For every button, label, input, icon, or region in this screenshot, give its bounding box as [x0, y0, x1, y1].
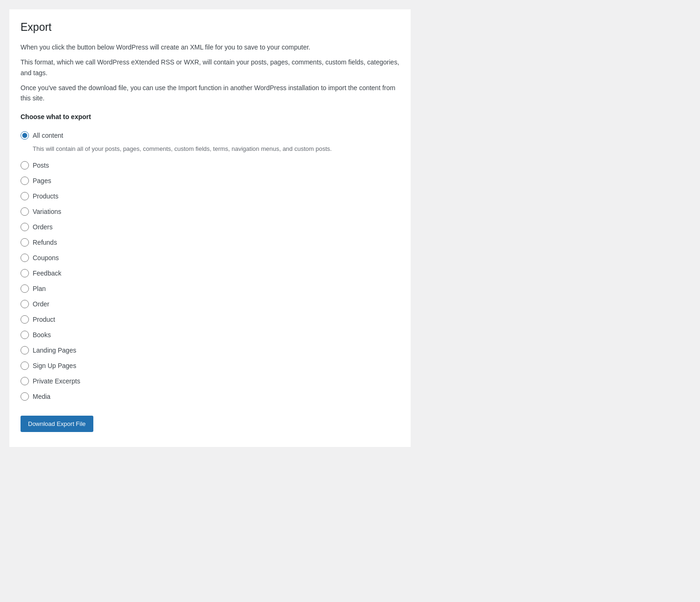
radio-option-posts[interactable]: Posts — [21, 158, 399, 173]
radio-option-books[interactable]: Books — [21, 327, 399, 343]
radio-books[interactable] — [21, 331, 29, 339]
radio-option-refunds[interactable]: Refunds — [21, 235, 399, 250]
radio-option-order[interactable]: Order — [21, 297, 399, 312]
radio-label-private-excerpts[interactable]: Private Excerpts — [33, 376, 80, 386]
radio-option-feedback[interactable]: Feedback — [21, 266, 399, 281]
radio-option-plan[interactable]: Plan — [21, 281, 399, 297]
radio-private-excerpts[interactable] — [21, 377, 29, 385]
radio-label-feedback[interactable]: Feedback — [33, 269, 61, 278]
description-2: This format, which we call WordPress eXt… — [21, 57, 399, 78]
radio-option-media[interactable]: Media — [21, 389, 399, 404]
radio-option-orders[interactable]: Orders — [21, 220, 399, 235]
radio-feedback[interactable] — [21, 269, 29, 277]
description-3: Once you've saved the download file, you… — [21, 83, 399, 104]
section-heading: Choose what to export — [21, 113, 399, 120]
radio-orders[interactable] — [21, 223, 29, 231]
radio-plan[interactable] — [21, 284, 29, 293]
description-1: When you click the button below WordPres… — [21, 42, 399, 52]
radio-label-products[interactable]: Products — [33, 191, 58, 201]
radio-label-order[interactable]: Order — [33, 299, 49, 309]
radio-option-private-excerpts[interactable]: Private Excerpts — [21, 374, 399, 389]
radio-variations[interactable] — [21, 207, 29, 216]
radio-label-plan[interactable]: Plan — [33, 284, 46, 294]
radio-label-media[interactable]: Media — [33, 392, 50, 402]
export-page: Export When you click the button below W… — [9, 9, 411, 447]
radio-refunds[interactable] — [21, 238, 29, 247]
radio-option-pages[interactable]: Pages — [21, 173, 399, 189]
radio-product[interactable] — [21, 315, 29, 324]
radio-sign-up-pages[interactable] — [21, 361, 29, 370]
radio-label-sign-up-pages[interactable]: Sign Up Pages — [33, 361, 76, 371]
radio-order[interactable] — [21, 300, 29, 308]
download-export-file-button[interactable]: Download Export File — [21, 416, 93, 432]
radio-posts[interactable] — [21, 161, 29, 170]
radio-label-orders[interactable]: Orders — [33, 222, 53, 232]
radio-label-variations[interactable]: Variations — [33, 207, 61, 217]
radio-label-all-content[interactable]: All content — [33, 131, 63, 141]
radio-label-books[interactable]: Books — [33, 330, 51, 340]
radio-label-posts[interactable]: Posts — [33, 161, 49, 170]
radio-label-refunds[interactable]: Refunds — [33, 238, 57, 248]
radio-all-content[interactable] — [21, 131, 29, 140]
radio-products[interactable] — [21, 192, 29, 200]
all-content-description: This will contain all of your posts, pag… — [33, 144, 399, 154]
radio-coupons[interactable] — [21, 254, 29, 262]
radio-option-products[interactable]: Products — [21, 189, 399, 204]
radio-option-sign-up-pages[interactable]: Sign Up Pages — [21, 358, 399, 374]
radio-landing-pages[interactable] — [21, 346, 29, 354]
radio-label-landing-pages[interactable]: Landing Pages — [33, 346, 76, 355]
radio-option-variations[interactable]: Variations — [21, 204, 399, 220]
radio-pages[interactable] — [21, 177, 29, 185]
radio-media[interactable] — [21, 392, 29, 401]
export-options-group: All content This will contain all of you… — [21, 128, 399, 404]
radio-option-product[interactable]: Product — [21, 312, 399, 327]
radio-option-coupons[interactable]: Coupons — [21, 250, 399, 266]
radio-label-product[interactable]: Product — [33, 315, 55, 325]
page-title: Export — [21, 21, 399, 35]
radio-label-pages[interactable]: Pages — [33, 176, 51, 186]
radio-label-coupons[interactable]: Coupons — [33, 253, 59, 263]
radio-option-landing-pages[interactable]: Landing Pages — [21, 343, 399, 358]
radio-option-all-content[interactable]: All content — [21, 128, 399, 143]
